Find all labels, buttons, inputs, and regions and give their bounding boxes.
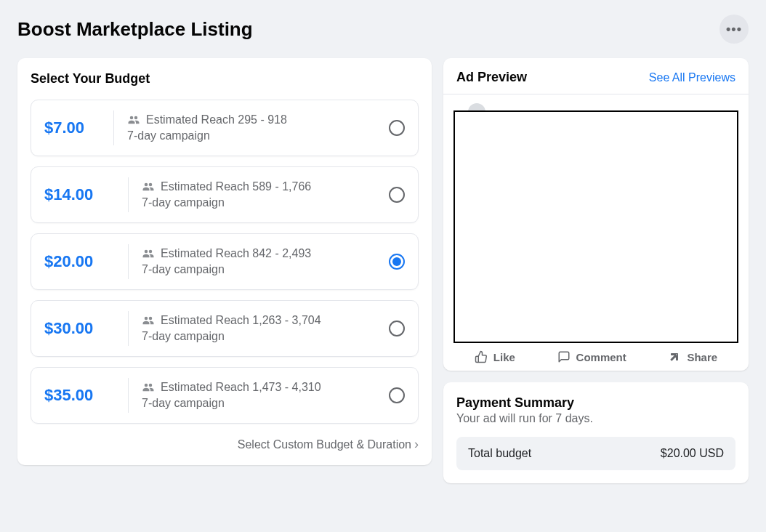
budget-price: $14.00 xyxy=(44,185,128,204)
svg-point-6 xyxy=(145,317,148,321)
payment-summary-title: Payment Summary xyxy=(456,395,735,411)
estimated-reach: Estimated Reach 1,263 - 3,704 xyxy=(161,314,321,327)
budget-price: $35.00 xyxy=(44,386,128,405)
svg-point-8 xyxy=(145,384,148,387)
share-button[interactable]: Share xyxy=(668,350,717,363)
more-options-button[interactable]: ••• xyxy=(719,15,749,44)
payment-summary-card: Payment Summary Your ad will run for 7 d… xyxy=(443,382,749,483)
budget-price: $7.00 xyxy=(44,118,113,137)
svg-point-9 xyxy=(149,384,153,387)
people-icon xyxy=(127,115,140,125)
svg-point-3 xyxy=(149,183,153,187)
comment-icon xyxy=(557,350,571,363)
custom-budget-link[interactable]: Select Custom Budget & Duration › xyxy=(31,437,419,452)
ellipsis-icon: ••• xyxy=(726,22,742,37)
budget-info: Estimated Reach 295 - 9187-day campaign xyxy=(127,113,389,142)
comment-button[interactable]: Comment xyxy=(557,350,626,363)
budget-info: Estimated Reach 1,263 - 3,7047-day campa… xyxy=(142,314,389,343)
people-icon xyxy=(142,315,155,326)
budget-section-title: Select Your Budget xyxy=(31,71,419,86)
see-all-previews-link[interactable]: See All Previews xyxy=(649,71,735,84)
budget-info: Estimated Reach 1,473 - 4,3107-day campa… xyxy=(142,381,389,410)
total-budget-value: $20.00 USD xyxy=(661,447,724,460)
budget-radio[interactable] xyxy=(389,321,405,336)
budget-card: Select Your Budget $7.00Estimated Reach … xyxy=(17,58,432,465)
campaign-duration: 7-day campaign xyxy=(142,397,389,410)
ad-preview-image xyxy=(453,110,738,343)
divider xyxy=(113,110,114,145)
campaign-duration: 7-day campaign xyxy=(142,330,389,343)
total-budget-label: Total budget xyxy=(468,447,531,460)
estimated-reach: Estimated Reach 1,473 - 4,310 xyxy=(161,381,321,394)
page-title: Boost Marketplace Listing xyxy=(17,18,253,41)
svg-point-0 xyxy=(130,116,134,120)
estimated-reach: Estimated Reach 589 - 1,766 xyxy=(161,180,311,193)
svg-point-4 xyxy=(145,250,148,254)
budget-option[interactable]: $20.00Estimated Reach 842 - 2,4937-day c… xyxy=(31,233,419,290)
svg-point-7 xyxy=(149,317,153,321)
campaign-duration: 7-day campaign xyxy=(142,196,389,209)
payment-summary-subtitle: Your ad will run for 7 days. xyxy=(456,412,735,425)
page-header: Boost Marketplace Listing ••• xyxy=(17,15,749,44)
estimated-reach: Estimated Reach 842 - 2,493 xyxy=(161,247,311,260)
total-budget-row: Total budget $20.00 USD xyxy=(456,437,735,470)
divider xyxy=(128,177,129,212)
people-icon xyxy=(142,382,155,392)
budget-options-list: $7.00Estimated Reach 295 - 9187-day camp… xyxy=(31,100,419,424)
divider xyxy=(128,244,129,279)
budget-option[interactable]: $30.00Estimated Reach 1,263 - 3,7047-day… xyxy=(31,300,419,357)
budget-option[interactable]: $7.00Estimated Reach 295 - 9187-day camp… xyxy=(31,100,419,156)
divider xyxy=(128,311,129,346)
budget-price: $20.00 xyxy=(44,252,128,271)
custom-budget-label: Select Custom Budget & Duration xyxy=(238,438,411,451)
budget-radio[interactable] xyxy=(389,187,405,203)
like-label: Like xyxy=(493,351,515,363)
svg-point-5 xyxy=(149,250,153,254)
svg-point-1 xyxy=(134,116,138,120)
budget-radio[interactable] xyxy=(389,387,405,403)
like-icon xyxy=(475,350,488,363)
budget-option[interactable]: $14.00Estimated Reach 589 - 1,7667-day c… xyxy=(31,166,419,223)
comment-label: Comment xyxy=(576,351,626,363)
svg-point-2 xyxy=(145,183,148,187)
budget-radio[interactable] xyxy=(389,120,405,136)
divider xyxy=(128,378,129,413)
budget-info: Estimated Reach 589 - 1,7667-day campaig… xyxy=(142,180,389,209)
people-icon xyxy=(142,182,155,192)
budget-info: Estimated Reach 842 - 2,4937-day campaig… xyxy=(142,247,389,276)
budget-option[interactable]: $35.00Estimated Reach 1,473 - 4,3107-day… xyxy=(31,367,419,424)
estimated-reach: Estimated Reach 295 - 918 xyxy=(146,113,287,126)
ad-preview-card: Ad Preview See All Previews Like xyxy=(443,58,749,371)
budget-radio[interactable] xyxy=(389,254,405,270)
campaign-duration: 7-day campaign xyxy=(142,263,389,276)
people-icon xyxy=(142,249,155,259)
share-icon xyxy=(668,350,681,363)
budget-price: $30.00 xyxy=(44,319,128,338)
ad-preview-title: Ad Preview xyxy=(456,70,527,85)
share-label: Share xyxy=(687,351,717,363)
like-button[interactable]: Like xyxy=(475,350,515,363)
campaign-duration: 7-day campaign xyxy=(127,129,389,142)
chevron-right-icon: › xyxy=(414,437,419,452)
